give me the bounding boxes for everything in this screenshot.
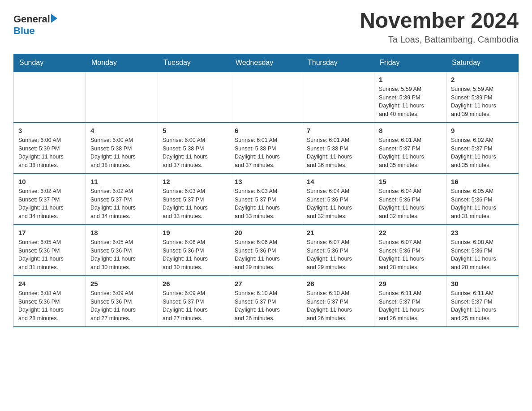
calendar: SundayMondayTuesdayWednesdayThursdayFrid…	[13, 54, 519, 327]
calendar-header-monday: Monday	[86, 54, 158, 72]
day-number: 30	[451, 280, 514, 287]
calendar-cell: 18Sunrise: 6:05 AMSunset: 5:36 PMDayligh…	[86, 225, 158, 276]
calendar-week-row: 10Sunrise: 6:02 AMSunset: 5:37 PMDayligh…	[14, 174, 519, 225]
calendar-cell: 4Sunrise: 6:00 AMSunset: 5:38 PMDaylight…	[86, 123, 158, 174]
day-info: Sunrise: 6:02 AMSunset: 5:37 PMDaylight:…	[90, 187, 153, 221]
calendar-cell: 14Sunrise: 6:04 AMSunset: 5:36 PMDayligh…	[302, 174, 374, 225]
calendar-cell	[86, 72, 158, 123]
day-info: Sunrise: 6:01 AMSunset: 5:38 PMDaylight:…	[307, 136, 369, 170]
day-info: Sunrise: 6:05 AMSunset: 5:36 PMDaylight:…	[18, 238, 81, 272]
calendar-cell: 26Sunrise: 6:09 AMSunset: 5:37 PMDayligh…	[158, 276, 230, 327]
day-number: 27	[235, 280, 297, 287]
day-number: 7	[307, 127, 369, 134]
day-info: Sunrise: 6:00 AMSunset: 5:38 PMDaylight:…	[90, 136, 153, 170]
calendar-header-row: SundayMondayTuesdayWednesdayThursdayFrid…	[14, 54, 519, 72]
day-number: 13	[235, 178, 297, 185]
day-info: Sunrise: 6:07 AMSunset: 5:36 PMDaylight:…	[307, 238, 369, 272]
day-info: Sunrise: 6:05 AMSunset: 5:36 PMDaylight:…	[451, 187, 514, 221]
logo-inner: General Blue	[13, 13, 57, 37]
header-area: General Blue November 2024 Ta Loas, Batt…	[13, 9, 519, 45]
calendar-cell: 5Sunrise: 6:00 AMSunset: 5:38 PMDaylight…	[158, 123, 230, 174]
day-number: 29	[379, 280, 442, 287]
calendar-cell: 28Sunrise: 6:10 AMSunset: 5:37 PMDayligh…	[302, 276, 374, 327]
calendar-cell	[158, 72, 230, 123]
calendar-header-wednesday: Wednesday	[230, 54, 302, 72]
calendar-cell: 19Sunrise: 6:06 AMSunset: 5:36 PMDayligh…	[158, 225, 230, 276]
day-number: 4	[90, 127, 153, 134]
day-number: 3	[18, 127, 81, 134]
day-info: Sunrise: 6:09 AMSunset: 5:37 PMDaylight:…	[163, 289, 225, 323]
day-info: Sunrise: 6:08 AMSunset: 5:36 PMDaylight:…	[18, 289, 81, 323]
calendar-cell: 16Sunrise: 6:05 AMSunset: 5:36 PMDayligh…	[446, 174, 519, 225]
day-number: 9	[451, 127, 514, 134]
calendar-cell	[230, 72, 302, 123]
calendar-cell	[302, 72, 374, 123]
calendar-cell: 15Sunrise: 6:04 AMSunset: 5:36 PMDayligh…	[374, 174, 446, 225]
calendar-cell: 9Sunrise: 6:02 AMSunset: 5:37 PMDaylight…	[446, 123, 519, 174]
day-info: Sunrise: 6:11 AMSunset: 5:37 PMDaylight:…	[451, 289, 514, 323]
calendar-cell: 17Sunrise: 6:05 AMSunset: 5:36 PMDayligh…	[14, 225, 86, 276]
day-number: 15	[379, 178, 442, 185]
day-number: 26	[163, 280, 225, 287]
calendar-header-thursday: Thursday	[302, 54, 374, 72]
calendar-cell: 12Sunrise: 6:03 AMSunset: 5:37 PMDayligh…	[158, 174, 230, 225]
logo: General Blue	[13, 9, 57, 37]
calendar-week-row: 3Sunrise: 6:00 AMSunset: 5:39 PMDaylight…	[14, 123, 519, 174]
day-info: Sunrise: 6:05 AMSunset: 5:36 PMDaylight:…	[90, 238, 153, 272]
day-number: 1	[379, 76, 442, 83]
day-info: Sunrise: 6:09 AMSunset: 5:36 PMDaylight:…	[90, 289, 153, 323]
calendar-cell: 23Sunrise: 6:08 AMSunset: 5:36 PMDayligh…	[446, 225, 519, 276]
day-number: 17	[18, 229, 81, 236]
day-number: 2	[451, 76, 514, 83]
day-info: Sunrise: 6:04 AMSunset: 5:36 PMDaylight:…	[379, 187, 442, 221]
day-info: Sunrise: 6:10 AMSunset: 5:37 PMDaylight:…	[307, 289, 369, 323]
day-info: Sunrise: 6:00 AMSunset: 5:39 PMDaylight:…	[18, 136, 81, 170]
day-info: Sunrise: 6:01 AMSunset: 5:37 PMDaylight:…	[379, 136, 442, 170]
calendar-week-row: 24Sunrise: 6:08 AMSunset: 5:36 PMDayligh…	[14, 276, 519, 327]
calendar-cell: 6Sunrise: 6:01 AMSunset: 5:38 PMDaylight…	[230, 123, 302, 174]
day-number: 28	[307, 280, 369, 287]
day-info: Sunrise: 6:06 AMSunset: 5:36 PMDaylight:…	[163, 238, 225, 272]
calendar-cell: 29Sunrise: 6:11 AMSunset: 5:37 PMDayligh…	[374, 276, 446, 327]
day-number: 6	[235, 127, 297, 134]
day-number: 5	[163, 127, 225, 134]
day-number: 22	[379, 229, 442, 236]
calendar-cell: 11Sunrise: 6:02 AMSunset: 5:37 PMDayligh…	[86, 174, 158, 225]
calendar-header-tuesday: Tuesday	[158, 54, 230, 72]
calendar-cell: 27Sunrise: 6:10 AMSunset: 5:37 PMDayligh…	[230, 276, 302, 327]
calendar-header-friday: Friday	[374, 54, 446, 72]
day-number: 18	[90, 229, 153, 236]
day-info: Sunrise: 6:08 AMSunset: 5:36 PMDaylight:…	[451, 238, 514, 272]
calendar-cell: 25Sunrise: 6:09 AMSunset: 5:36 PMDayligh…	[86, 276, 158, 327]
calendar-cell: 21Sunrise: 6:07 AMSunset: 5:36 PMDayligh…	[302, 225, 374, 276]
calendar-cell: 1Sunrise: 5:59 AMSunset: 5:39 PMDaylight…	[374, 72, 446, 123]
day-number: 16	[451, 178, 514, 185]
calendar-cell: 3Sunrise: 6:00 AMSunset: 5:39 PMDaylight…	[14, 123, 86, 174]
day-info: Sunrise: 6:04 AMSunset: 5:36 PMDaylight:…	[307, 187, 369, 221]
calendar-cell: 10Sunrise: 6:02 AMSunset: 5:37 PMDayligh…	[14, 174, 86, 225]
day-number: 10	[18, 178, 81, 185]
day-number: 12	[163, 178, 225, 185]
day-info: Sunrise: 6:00 AMSunset: 5:38 PMDaylight:…	[163, 136, 225, 170]
day-number: 11	[90, 178, 153, 185]
calendar-cell: 7Sunrise: 6:01 AMSunset: 5:38 PMDaylight…	[302, 123, 374, 174]
page-title: November 2024	[360, 9, 519, 33]
day-number: 8	[379, 127, 442, 134]
day-info: Sunrise: 6:03 AMSunset: 5:37 PMDaylight:…	[163, 187, 225, 221]
calendar-header-sunday: Sunday	[14, 54, 86, 72]
calendar-cell: 20Sunrise: 6:06 AMSunset: 5:36 PMDayligh…	[230, 225, 302, 276]
day-number: 25	[90, 280, 153, 287]
calendar-header-saturday: Saturday	[446, 54, 519, 72]
day-info: Sunrise: 6:02 AMSunset: 5:37 PMDaylight:…	[451, 136, 514, 170]
calendar-cell: 13Sunrise: 6:03 AMSunset: 5:37 PMDayligh…	[230, 174, 302, 225]
page-subtitle: Ta Loas, Battambang, Cambodia	[360, 34, 519, 45]
calendar-week-row: 1Sunrise: 5:59 AMSunset: 5:39 PMDaylight…	[14, 72, 519, 123]
logo-text-blue: Blue	[13, 25, 57, 37]
calendar-cell: 24Sunrise: 6:08 AMSunset: 5:36 PMDayligh…	[14, 276, 86, 327]
day-info: Sunrise: 5:59 AMSunset: 5:39 PMDaylight:…	[451, 85, 514, 119]
day-number: 19	[163, 229, 225, 236]
calendar-week-row: 17Sunrise: 6:05 AMSunset: 5:36 PMDayligh…	[14, 225, 519, 276]
day-info: Sunrise: 6:02 AMSunset: 5:37 PMDaylight:…	[18, 187, 81, 221]
day-info: Sunrise: 6:01 AMSunset: 5:38 PMDaylight:…	[235, 136, 297, 170]
calendar-cell	[14, 72, 86, 123]
